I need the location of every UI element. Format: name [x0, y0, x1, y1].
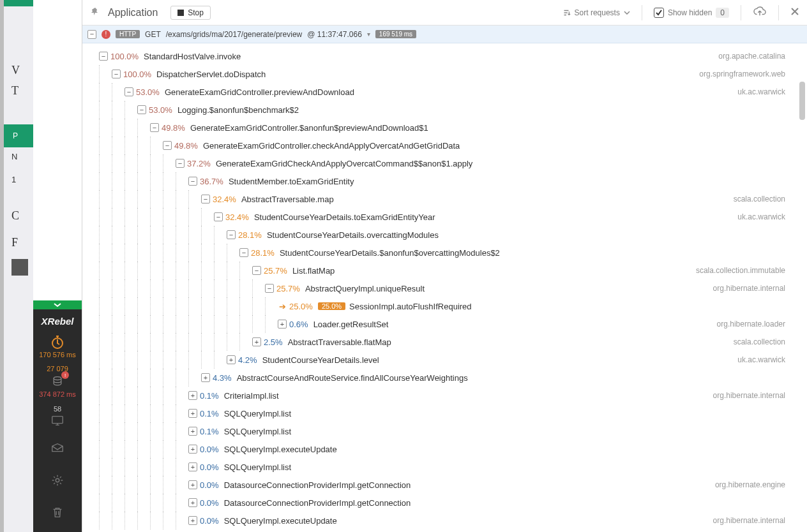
- percent-label: 25.7%: [264, 266, 287, 276]
- tree-toggle[interactable]: +: [252, 337, 261, 346]
- stopwatch-icon: [50, 334, 65, 350]
- tree-row[interactable]: −32.4%StudentCourseYearDetails.toExamGri…: [86, 208, 807, 226]
- package-label: org.hibernate.loader: [717, 320, 785, 329]
- method-label: AbstractQueryImpl.uniqueResult: [305, 284, 425, 293]
- tree-row[interactable]: +2.5%AbstractTraversable.flatMapscala.co…: [86, 333, 807, 351]
- tree-row[interactable]: −36.7%StudentMember.toExamGridEntity: [86, 172, 807, 190]
- sidebar-io-value: 58: [54, 405, 61, 413]
- svg-point-1: [54, 377, 61, 380]
- percent-label: 0.0%: [200, 498, 219, 508]
- bg-letter-t: T: [11, 84, 19, 98]
- tree-row[interactable]: −28.1%StudentCourseYearDetails.overcatti…: [86, 226, 807, 244]
- close-button[interactable]: [790, 7, 799, 18]
- trash-icon: [50, 505, 65, 520]
- sidebar-mail[interactable]: [33, 435, 82, 462]
- tree-toggle[interactable]: −: [227, 230, 236, 239]
- tree-toggle[interactable]: −: [188, 177, 197, 186]
- toolbar-right: Sort requests Show hidden 0: [562, 5, 799, 20]
- toolbar-title: Application: [108, 7, 158, 18]
- tree-toggle[interactable]: +: [188, 409, 197, 418]
- sidebar-io[interactable]: 58: [33, 403, 82, 430]
- tree-row[interactable]: +0.0%DatasourceConnectionProviderImpl.ge…: [86, 494, 807, 512]
- tree-row[interactable]: +0.0%SQLQueryImpl.executeUpdate: [86, 440, 807, 458]
- tree-toggle[interactable]: +: [201, 373, 210, 382]
- tree-toggle[interactable]: −: [214, 212, 223, 221]
- tree-toggle[interactable]: +: [278, 320, 287, 329]
- tree-row[interactable]: −32.4%AbstractTraversable.mapscala.colle…: [86, 190, 807, 208]
- tree-row[interactable]: +4.3%AbstractCourseAndRouteService.findA…: [86, 369, 807, 387]
- tree-toggle[interactable]: +: [188, 462, 197, 471]
- method-label: SQLQueryImpl.list: [224, 462, 291, 472]
- tree-row[interactable]: +4.2%StudentCourseYearDetails.leveluk.ac…: [86, 351, 807, 369]
- tree-row[interactable]: −53.0%Logging.$anonfun$benchmark$2: [86, 101, 807, 119]
- tree-row[interactable]: −28.1%StudentCourseYearDetails.$anonfun$…: [86, 244, 807, 262]
- show-hidden-toggle[interactable]: Show hidden 0: [654, 8, 729, 18]
- tree-row[interactable]: +0.0%DatasourceConnectionProviderImpl.ge…: [86, 476, 807, 494]
- tree-row[interactable]: −25.7%AbstractQueryImpl.uniqueResultorg.…: [86, 279, 807, 297]
- sidebar-db[interactable]: 27 079 ! 374 872 ms: [33, 365, 82, 398]
- tree-toggle[interactable]: −: [137, 105, 146, 114]
- tree-toggle[interactable]: −: [176, 159, 185, 168]
- method-label: CriteriaImpl.list: [224, 391, 279, 401]
- background-app-strip: V T P N 1 C F: [4, 0, 33, 532]
- tree-row[interactable]: ➔25.0%25.0%SessionImpl.autoFlushIfRequir…: [86, 297, 807, 315]
- percent-label: 25.0%: [289, 302, 313, 311]
- cloud-upload-button[interactable]: [753, 6, 767, 19]
- tree-toggle[interactable]: −: [265, 284, 274, 293]
- call-tree-scroll[interactable]: −100.0%StandardHostValve.invokeorg.apach…: [82, 43, 807, 532]
- bg-label-f: F: [11, 236, 18, 249]
- bg-dark-button: [11, 259, 28, 276]
- tree-toggle[interactable]: −: [150, 123, 159, 132]
- tree-toggle[interactable]: +: [188, 516, 197, 525]
- pin-icon[interactable]: [90, 6, 100, 18]
- tree-row[interactable]: +0.1%SQLQueryImpl.list: [86, 422, 807, 440]
- chevron-down-icon[interactable]: ▾: [367, 31, 370, 38]
- tree-row[interactable]: +0.1%SQLQueryImpl.list: [86, 404, 807, 422]
- stop-button[interactable]: Stop: [170, 6, 211, 20]
- monitor-icon: [50, 413, 65, 428]
- tree-toggle[interactable]: −: [163, 141, 172, 150]
- collapse-toggle[interactable]: −: [87, 30, 96, 39]
- tree-toggle[interactable]: −: [201, 195, 210, 203]
- sidebar-trash[interactable]: [33, 499, 82, 526]
- tree-toggle[interactable]: +: [188, 391, 197, 400]
- tree-toggle[interactable]: +: [188, 445, 197, 454]
- tree-row[interactable]: −25.7%List.flatMapscala.collection.immut…: [86, 262, 807, 279]
- tree-toggle[interactable]: +: [227, 355, 236, 364]
- method-label: StudentCourseYearDetails.overcattingModu…: [267, 230, 439, 240]
- tree-toggle[interactable]: −: [252, 266, 261, 275]
- tree-toggle[interactable]: +: [188, 427, 197, 436]
- percent-label: 0.1%: [200, 391, 219, 401]
- percent-label: 4.3%: [213, 373, 232, 383]
- percent-label: 53.0%: [149, 105, 172, 115]
- percent-label: 49.8%: [162, 123, 185, 133]
- tree-row[interactable]: −49.8%GenerateExamGridController.$anonfu…: [86, 119, 807, 137]
- tree-row[interactable]: −53.0%GenerateExamGridController.preview…: [86, 83, 807, 101]
- tree-toggle[interactable]: +: [188, 480, 197, 489]
- tree-toggle[interactable]: −: [239, 248, 248, 257]
- tree-row[interactable]: +0.0%SQLQueryImpl.executeUpdateorg.hiber…: [86, 512, 807, 529]
- tree-row[interactable]: −37.2%GenerateExamGridCheckAndApplyOverc…: [86, 154, 807, 172]
- tree-row[interactable]: +0.1%CriteriaImpl.listorg.hibernate.inte…: [86, 387, 807, 404]
- tree-toggle[interactable]: −: [112, 70, 121, 78]
- request-header-row[interactable]: − ! HTTP GET /exams/grids/ma/2017/genera…: [82, 26, 807, 43]
- tree-row[interactable]: −49.8%GenerateExamGridController.checkAn…: [86, 137, 807, 154]
- tree-row[interactable]: −100.0%DispatcherServlet.doDispatchorg.s…: [86, 65, 807, 83]
- sort-button[interactable]: Sort requests: [562, 8, 630, 17]
- xrebel-expand-caret[interactable]: [33, 300, 82, 309]
- tree-toggle[interactable]: +: [188, 498, 197, 507]
- tree-toggle[interactable]: −: [99, 52, 108, 61]
- stop-label: Stop: [188, 8, 204, 17]
- package-label: org.hibernate.internal: [713, 391, 785, 400]
- sidebar-settings[interactable]: [33, 467, 82, 494]
- tree-row[interactable]: +0.6%Loader.getResultSetorg.hibernate.lo…: [86, 315, 807, 333]
- sidebar-timer[interactable]: 170 576 ms: [33, 333, 82, 360]
- package-label: uk.ac.warwick: [737, 212, 785, 221]
- tree-toggle[interactable]: −: [124, 87, 133, 96]
- scrollbar-thumb[interactable]: [799, 82, 805, 120]
- method-label: AbstractTraversable.map: [241, 195, 334, 204]
- bg-green-row: P: [4, 124, 33, 147]
- tree-row[interactable]: +0.0%SQLQueryImpl.list: [86, 458, 807, 476]
- close-icon: [790, 7, 799, 16]
- tree-row[interactable]: −100.0%StandardHostValve.invokeorg.apach…: [86, 47, 807, 65]
